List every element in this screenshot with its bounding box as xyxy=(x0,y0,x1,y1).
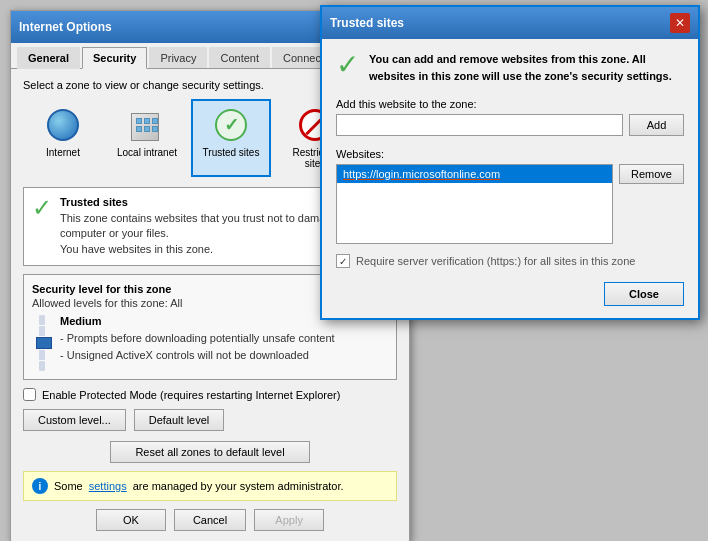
intranet-icon xyxy=(129,107,165,143)
info-bar-text2: are managed by your system administrator… xyxy=(133,480,344,492)
ie-title: Internet Options xyxy=(19,20,112,34)
ie-reset-row: Reset all zones to default level xyxy=(23,441,397,463)
building-icon xyxy=(131,109,163,141)
level-medium-container: Medium - Prompts before downloading pote… xyxy=(32,315,388,371)
zone-internet-label: Internet xyxy=(46,147,80,158)
trusted-title: Trusted sites xyxy=(330,16,404,30)
tab-content[interactable]: Content xyxy=(209,47,270,68)
zone-internet[interactable]: Internet xyxy=(23,99,103,177)
trusted-url-text: https://login.microsoftonline.com xyxy=(343,168,500,180)
reset-zones-button[interactable]: Reset all zones to default level xyxy=(110,441,310,463)
ie-info-bar: i Some settings are managed by your syst… xyxy=(23,471,397,501)
info-bar-text1: Some xyxy=(54,480,83,492)
protected-mode-checkbox[interactable] xyxy=(23,388,36,401)
cancel-button[interactable]: Cancel xyxy=(174,509,246,531)
trusted-body: ✓ You can add and remove websites from t… xyxy=(322,39,698,318)
trusted-list-item[interactable]: https://login.microsoftonline.com xyxy=(337,165,612,183)
ie-buttons-row: Custom level... Default level xyxy=(23,409,397,431)
zone-trusted-label: Trusted sites xyxy=(203,147,260,158)
websites-label: Websites: xyxy=(336,148,684,160)
remove-website-button[interactable]: Remove xyxy=(619,164,684,184)
window-2 xyxy=(144,118,150,124)
protected-mode-row: Enable Protected Mode (requires restarti… xyxy=(23,388,397,401)
trusted-check-icon: ✓ xyxy=(213,107,249,143)
trusted-checkbox-row: ✓ Require server verification (https:) f… xyxy=(336,254,684,268)
trusted-header-normal: You can add and remove websites from thi… xyxy=(369,53,632,65)
building-windows xyxy=(136,118,158,132)
level-text-block: Medium - Prompts before downloading pote… xyxy=(60,315,335,363)
trusted-list-row: https://login.microsoftonline.com Remove xyxy=(336,164,684,244)
internet-icon xyxy=(45,107,81,143)
zone-trusted-sites[interactable]: ✓ Trusted sites xyxy=(191,99,271,177)
apply-button[interactable]: Apply xyxy=(254,509,324,531)
slider-lowest-segment xyxy=(39,361,45,371)
tab-privacy[interactable]: Privacy xyxy=(149,47,207,68)
add-website-button[interactable]: Add xyxy=(629,114,684,136)
window-4 xyxy=(136,126,142,132)
trusted-header-row: ✓ You can add and remove websites from t… xyxy=(336,51,684,84)
info-icon: i xyxy=(32,478,48,494)
trusted-titlebar: Trusted sites ✕ xyxy=(322,7,698,39)
trusted-close-button[interactable]: ✕ xyxy=(670,13,690,33)
tab-security[interactable]: Security xyxy=(82,47,147,69)
https-verify-checkbox[interactable]: ✓ xyxy=(336,254,350,268)
checkbox-check-icon: ✓ xyxy=(339,256,347,267)
zone-local-intranet[interactable]: Local intranet xyxy=(107,99,187,177)
tab-general[interactable]: General xyxy=(17,47,80,69)
trusted-green-check-icon: ✓ xyxy=(336,51,359,79)
default-level-button[interactable]: Default level xyxy=(134,409,225,431)
window-6 xyxy=(152,126,158,132)
custom-level-button[interactable]: Custom level... xyxy=(23,409,126,431)
protected-mode-label: Enable Protected Mode (requires restarti… xyxy=(42,389,340,401)
trusted-sites-dialog: Trusted sites ✕ ✓ You can add and remove… xyxy=(320,5,700,320)
level-desc-1: - Prompts before downloading potentially… xyxy=(60,330,335,347)
add-website-label: Add this website to the zone: xyxy=(336,98,684,110)
settings-link[interactable]: settings xyxy=(89,480,127,492)
trusted-header-text: You can add and remove websites from thi… xyxy=(369,51,684,84)
green-checkmark-icon: ✓ xyxy=(215,109,247,141)
trusted-close-dialog-button[interactable]: Close xyxy=(604,282,684,306)
window-1 xyxy=(136,118,142,124)
globe-icon xyxy=(47,109,79,141)
security-checkmark-icon: ✓ xyxy=(32,196,52,257)
ie-bottom-buttons: OK Cancel Apply xyxy=(23,509,397,531)
slider-handle[interactable] xyxy=(36,337,52,349)
add-website-input[interactable] xyxy=(336,114,623,136)
window-5 xyxy=(144,126,150,132)
window-3 xyxy=(152,118,158,124)
building-body xyxy=(131,113,159,141)
slider-low-segment xyxy=(39,350,45,360)
slider-medium-high-segment xyxy=(39,326,45,336)
trusted-websites-listbox[interactable]: https://login.microsoftonline.com xyxy=(336,164,613,244)
security-level-slider[interactable] xyxy=(32,315,52,371)
https-verify-label: Require server verification (https:) for… xyxy=(356,255,635,267)
trusted-input-row: Add xyxy=(336,114,684,136)
zone-local-intranet-label: Local intranet xyxy=(117,147,177,158)
level-name: Medium xyxy=(60,315,335,327)
trusted-close-row: Close xyxy=(336,282,684,306)
level-desc-2: - Unsigned ActiveX controls will not be … xyxy=(60,347,335,364)
slider-high-segment xyxy=(39,315,45,325)
ok-button[interactable]: OK xyxy=(96,509,166,531)
